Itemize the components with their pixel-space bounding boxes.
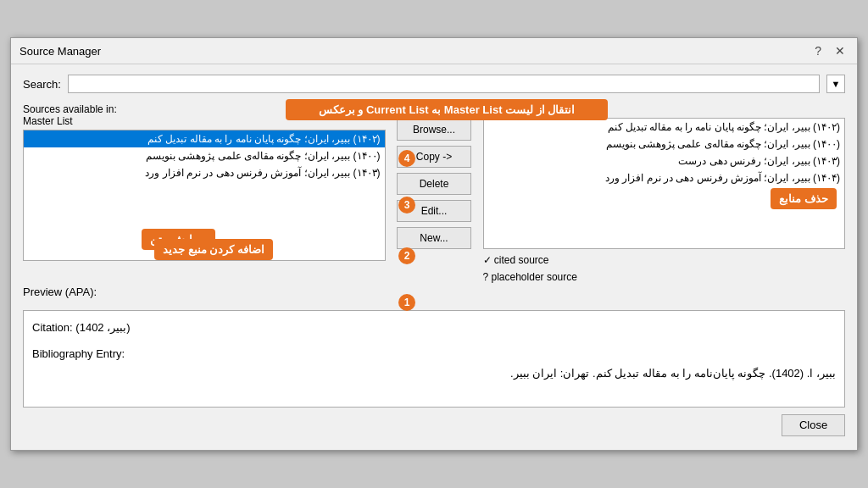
current-list-item-0[interactable]: (۱۴۰۲) ببیر، ایران؛ چگونه پایان‌ نامه را… xyxy=(484,119,845,136)
current-list-item-2[interactable]: (۱۴۰۳) ببیر، ایران؛ رفرنس دهی درست xyxy=(484,152,845,169)
search-dropdown[interactable]: ▼ xyxy=(826,75,845,93)
cited-info: ✓ cited source ? placeholder source xyxy=(483,252,846,285)
citation-label: Citation: xyxy=(32,321,73,334)
title-bar-controls: ? ✕ xyxy=(811,43,849,58)
dialog-body: Search: ▼ Sources available in: Master L… xyxy=(11,64,857,449)
help-button[interactable]: ? xyxy=(811,43,825,58)
annotation-add-new: اضافه کردن منبع جدید xyxy=(154,239,273,260)
annotation-transfer: انتقال از لیست Master List به Current Li… xyxy=(286,99,608,120)
preview-label: Preview (APA): xyxy=(23,286,845,298)
placeholder-source-label: ? placeholder source xyxy=(483,269,846,286)
citation-value: (ببیر، 1402) xyxy=(75,321,130,334)
middle-section: Sources available in: Master List (۱۴۰۲)… xyxy=(23,103,845,285)
master-list-item-1[interactable]: (۱۴۰۰) ببیر، ایران؛ چگونه مقاله‌ی علمی پ… xyxy=(24,147,385,164)
current-list-box[interactable]: (۱۴۰۲) ببیر، ایران؛ چگونه پایان‌ نامه را… xyxy=(483,118,846,249)
close-button[interactable]: Close xyxy=(782,414,845,436)
preview-section-wrapper: Preview (APA): Citation: (ببیر، 1402) Bi… xyxy=(23,286,845,408)
sources-available-text: Sources available in: xyxy=(23,103,117,115)
master-list-item-2[interactable]: (۱۴۰۳) ببیر، ایران؛ آموزش رفرنس دهی در ن… xyxy=(24,164,385,181)
browse-button[interactable]: Browse... xyxy=(397,119,471,141)
search-label: Search: xyxy=(23,78,61,91)
current-list-item-3[interactable]: (۱۴۰۴) ببیر، ایران؛ آموزش رفرنس دهی در ن… xyxy=(484,169,845,186)
preview-box: Citation: (ببیر، 1402) Bibliography Entr… xyxy=(23,310,845,408)
source-manager-dialog: Source Manager ? ✕ Search: ▼ Sources ava… xyxy=(10,37,858,450)
bibliography-label: Bibliography Entry: xyxy=(32,344,836,363)
search-row: Search: ▼ xyxy=(23,75,845,93)
delete-button[interactable]: Delete xyxy=(397,173,471,195)
citation-line: Citation: (ببیر، 1402) xyxy=(32,318,836,337)
middle-wrapper: Sources available in: Master List (۱۴۰۲)… xyxy=(23,103,845,285)
master-list-label: Master List xyxy=(23,115,73,127)
current-list-item-1[interactable]: (۱۴۰۰) ببیر، ایران؛ چگونه مقاله‌ی علمی پ… xyxy=(484,136,845,152)
search-input[interactable] xyxy=(68,75,820,93)
master-list-item-0[interactable]: (۱۴۰۲) ببیر، ایران؛ چگونه پایان‌ نامه را… xyxy=(24,130,385,147)
title-bar: Source Manager ? ✕ xyxy=(11,38,857,64)
cited-source-label: ✓ cited source xyxy=(483,252,846,269)
bibliography-value: ببیر، ا. (1402). چگونه پایان‌نامه را به … xyxy=(32,363,836,383)
close-title-button[interactable]: ✕ xyxy=(832,43,849,58)
close-row: Close xyxy=(23,408,845,440)
preview-content: Citation: (ببیر، 1402) Bibliography Entr… xyxy=(32,318,836,384)
dialog-title: Source Manager xyxy=(19,45,101,58)
annotation-delete: حذف منابع xyxy=(771,188,837,209)
new-button[interactable]: New... xyxy=(397,227,471,249)
